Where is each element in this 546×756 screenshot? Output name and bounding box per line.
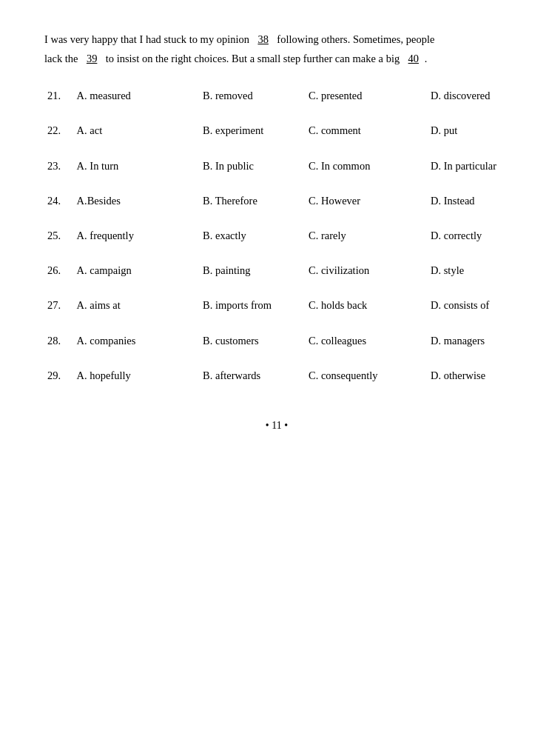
page-number: • 11 • bbox=[266, 420, 288, 431]
option-a: A. act bbox=[74, 118, 200, 144]
option-c: C. However bbox=[306, 188, 428, 214]
option-b: B. afterwards bbox=[200, 363, 306, 389]
option-c: C. rarely bbox=[306, 223, 428, 249]
option-d: D. discovered bbox=[428, 83, 509, 109]
table-row: 22. A. act B. experiment C. comment D. p… bbox=[44, 118, 509, 144]
option-c: C. consequently bbox=[306, 363, 428, 389]
option-d: D. consists of bbox=[428, 292, 509, 318]
table-row: 25. A. frequently B. exactly C. rarely D… bbox=[44, 223, 509, 249]
option-c: C. civilization bbox=[306, 258, 428, 284]
blank-39: 39 bbox=[81, 49, 103, 68]
option-d: D. Instead bbox=[428, 188, 509, 214]
option-a: A. frequently bbox=[74, 223, 200, 249]
option-a: A. aims at bbox=[74, 292, 200, 318]
question-number: 23. bbox=[44, 153, 74, 179]
option-a: A. In turn bbox=[74, 153, 200, 179]
table-row: 29. A. hopefully B. afterwards C. conseq… bbox=[44, 363, 509, 389]
question-number: 27. bbox=[44, 292, 74, 318]
question-number: 29. bbox=[44, 363, 74, 389]
intro-line2-before: lack the bbox=[44, 53, 81, 64]
option-d: D. correctly bbox=[428, 223, 509, 249]
blank-38: 38 bbox=[252, 30, 274, 49]
table-row: 23. A. In turn B. In public C. In common… bbox=[44, 153, 509, 179]
option-c: C. comment bbox=[306, 118, 428, 144]
table-row: 27. A. aims at B. imports from C. holds … bbox=[44, 292, 509, 318]
question-number: 26. bbox=[44, 258, 74, 284]
option-a: A. campaign bbox=[74, 258, 200, 284]
intro-line2-end: . bbox=[425, 53, 428, 64]
option-d: D. managers bbox=[428, 328, 509, 354]
option-d: D. otherwise bbox=[428, 363, 509, 389]
questions-table: 21. A. measured B. removed C. presented … bbox=[44, 83, 509, 398]
option-b: B. customers bbox=[200, 328, 306, 354]
option-b: B. Therefore bbox=[200, 188, 306, 214]
option-c: C. presented bbox=[306, 83, 428, 109]
intro-line2: lack the 39 to insist on the right choic… bbox=[44, 53, 427, 64]
question-number: 28. bbox=[44, 328, 74, 354]
option-b: B. exactly bbox=[200, 223, 306, 249]
option-b: B. removed bbox=[200, 83, 306, 109]
page-footer: • 11 • bbox=[44, 420, 509, 432]
blank-40: 40 bbox=[402, 49, 425, 68]
intro-paragraph: I was very happy that I had stuck to my … bbox=[44, 30, 509, 68]
option-a: A. hopefully bbox=[74, 363, 200, 389]
option-d: D. In particular bbox=[428, 153, 509, 179]
option-a: A. companies bbox=[74, 328, 200, 354]
option-c: C. colleagues bbox=[306, 328, 428, 354]
intro-line1-after: following others. Sometimes, people bbox=[274, 33, 435, 45]
option-d: D. put bbox=[428, 118, 509, 144]
table-row: 24. A.Besides B. Therefore C. However D.… bbox=[44, 188, 509, 214]
table-row: 26. A. campaign B. painting C. civilizat… bbox=[44, 258, 509, 284]
option-a: A. measured bbox=[74, 83, 200, 109]
option-b: B. imports from bbox=[200, 292, 306, 318]
option-b: B. experiment bbox=[200, 118, 306, 144]
intro-line1: I was very happy that I had stuck to my … bbox=[44, 33, 434, 45]
option-a: A.Besides bbox=[74, 188, 200, 214]
question-number: 21. bbox=[44, 83, 74, 109]
question-number: 24. bbox=[44, 188, 74, 214]
intro-line1-before: I was very happy that I had stuck to my … bbox=[44, 33, 252, 45]
question-number: 25. bbox=[44, 223, 74, 249]
intro-line2-after: to insist on the right choices. But a sm… bbox=[103, 53, 402, 64]
question-number: 22. bbox=[44, 118, 74, 144]
table-row: 21. A. measured B. removed C. presented … bbox=[44, 83, 509, 109]
table-row: 28. A. companies B. customers C. colleag… bbox=[44, 328, 509, 354]
option-c: C. In common bbox=[306, 153, 428, 179]
option-c: C. holds back bbox=[306, 292, 428, 318]
option-d: D. style bbox=[428, 258, 509, 284]
option-b: B. In public bbox=[200, 153, 306, 179]
option-b: B. painting bbox=[200, 258, 306, 284]
